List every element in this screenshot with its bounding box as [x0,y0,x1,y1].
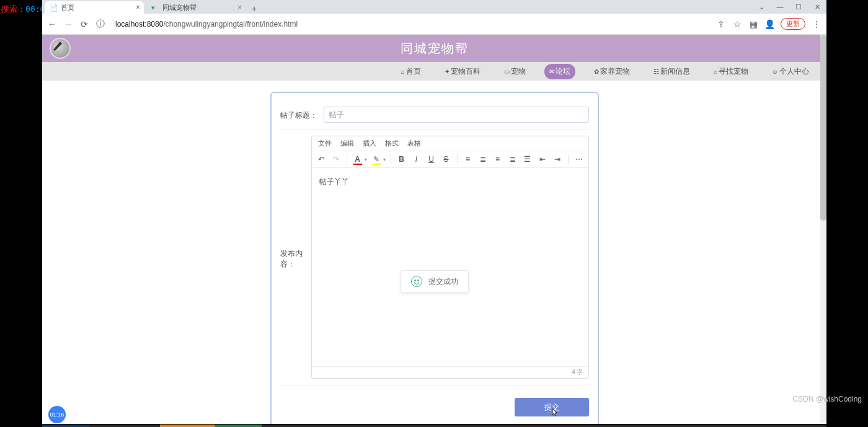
forward-icon[interactable]: → [63,19,73,29]
star-icon: ✦ [445,68,450,75]
extensions-icon[interactable]: ▦ [748,19,758,29]
recorder-timer-badge: 01:16 [48,406,66,423]
redo-icon[interactable]: ↷ [330,154,342,165]
overlay-search-label: 搜索： [1,4,25,14]
favicon-icon: 📄 [50,4,57,11]
editor-toolbar: ↶ ↷ A▾ ✎▾ B I U S [312,151,588,168]
align-justify-icon[interactable]: ≣ [507,154,518,165]
site-info-icon[interactable]: ⓘ [95,19,105,29]
flower-icon: ✿ [594,68,599,75]
scrollbar-thumb[interactable] [820,35,826,221]
bold-icon[interactable]: B [396,154,407,165]
site-title: 同城宠物帮 [401,40,469,57]
nav-pets[interactable]: ▭宠物 [499,64,531,79]
menu-insert[interactable]: 插入 [363,139,376,148]
window-close-icon[interactable]: ✕ [808,0,826,14]
toast-message: 提交成功 [428,276,458,287]
tab-title: 首页 [61,3,74,12]
menu-edit[interactable]: 编辑 [340,139,354,148]
chevron-down-icon[interactable]: ⌄ [752,0,771,14]
tab-close-icon[interactable]: × [237,3,242,12]
news-icon: ☷ [653,68,659,75]
share-icon[interactable]: ⇪ [716,19,726,29]
align-left-icon[interactable]: ≡ [463,154,474,165]
menu-file[interactable]: 文件 [318,139,332,148]
chat-icon: ✉ [549,68,554,75]
site-banner: 同城宠物帮 [42,35,826,62]
profile-icon[interactable]: 👤 [764,19,774,29]
tab-close-icon[interactable]: × [136,3,140,12]
smile-icon [411,276,422,287]
italic-icon[interactable]: I [411,154,422,165]
strike-icon[interactable]: S [441,154,452,165]
menu-format[interactable]: 格式 [385,139,399,148]
chevron-down-icon[interactable]: ▾ [383,157,386,162]
url-path: /chongwulingyangpingtai/front/index.html [163,20,298,29]
menu-table[interactable]: 表格 [407,139,421,148]
main-nav: ⌂首页 ✦宠物百科 ▭宠物 ✉论坛 ✿家养宠物 ☷新闻信息 ⌕寻找宠物 ☺个人中… [42,62,826,81]
back-icon[interactable]: ← [47,19,57,29]
window-minimize-icon[interactable]: — [771,0,789,14]
nav-home[interactable]: ⌂首页 [396,64,426,79]
bookmark-icon[interactable]: ☆ [732,19,742,29]
reload-icon[interactable]: ⟳ [79,19,89,29]
indent-icon[interactable]: ⇥ [552,154,563,165]
search-icon: ⌕ [714,68,717,75]
favicon-icon: ▾ [151,4,159,11]
kebab-menu-icon[interactable]: ⋮ [812,19,822,29]
grid-icon: ▭ [504,68,510,75]
nav-user[interactable]: ☺个人中心 [767,64,814,79]
tab-title: 同城宠物帮 [162,3,197,12]
nav-wiki[interactable]: ✦宠物百科 [440,64,485,79]
user-icon: ☺ [772,68,778,75]
address-bar: ← → ⟳ ⓘ localhost:8080/chongwulingyangpi… [42,14,826,35]
more-icon[interactable]: ⋯ [574,154,585,165]
taskbar [42,425,826,427]
editor-word-count: 4 字 [312,366,588,378]
url-host: localhost:8080 [115,20,163,29]
home-icon: ⌂ [401,68,405,75]
nav-forum[interactable]: ✉论坛 [544,64,575,79]
post-form-card: 帖子标题： 发布内容： 文件 编辑 插入 [270,92,599,424]
nav-homepets[interactable]: ✿家养宠物 [589,64,635,79]
tab-strip: 📄 首页 × ▾ 同城宠物帮 × + ⌄ — ☐ ✕ [42,0,826,14]
tab-2[interactable]: ▾ 同城宠物帮 × [146,1,246,14]
editor-menubar: 文件 编辑 插入 格式 表格 [312,136,588,151]
post-title-input[interactable] [324,107,589,123]
page-viewport: 同城宠物帮 ⌂首页 ✦宠物百科 ▭宠物 ✉论坛 ✿家养宠物 ☷新闻信息 ⌕寻找宠… [42,35,826,424]
submit-button[interactable]: 提交 [515,398,589,416]
success-toast: 提交成功 [401,270,469,293]
tab-1[interactable]: 📄 首页 × [45,1,144,14]
text-color-icon[interactable]: A [352,154,363,165]
nav-news[interactable]: ☷新闻信息 [649,64,695,79]
nav-find[interactable]: ⌕寻找宠物 [709,64,753,79]
highlight-icon[interactable]: ✎ [371,154,382,165]
new-tab-button[interactable]: + [248,4,260,14]
underline-icon[interactable]: U [426,154,437,165]
undo-icon[interactable]: ↶ [316,154,327,165]
site-logo[interactable] [50,38,71,59]
list-icon[interactable]: ☰ [522,154,533,165]
content-label: 发布内容： [280,245,311,270]
browser-window: 📄 首页 × ▾ 同城宠物帮 × + ⌄ — ☐ ✕ ← → ⟳ ⓘ [42,0,826,424]
rich-editor: 文件 编辑 插入 格式 表格 ↶ ↷ A▾ [311,136,589,379]
watermark: CSDN @wishCoding [792,395,862,403]
url-display[interactable]: localhost:8080/chongwulingyangpingtai/fr… [112,20,710,29]
align-right-icon[interactable]: ≡ [492,154,503,165]
outdent-icon[interactable]: ⇤ [537,154,548,165]
chevron-down-icon[interactable]: ▾ [365,157,367,162]
scrollbar-track[interactable] [820,35,826,424]
title-label: 帖子标题： [280,107,324,121]
editor-content[interactable]: 帖子丫丫 [312,168,588,366]
window-maximize-icon[interactable]: ☐ [789,0,808,14]
update-button[interactable]: 更新 [781,18,805,30]
align-center-icon[interactable]: ≣ [477,154,489,165]
